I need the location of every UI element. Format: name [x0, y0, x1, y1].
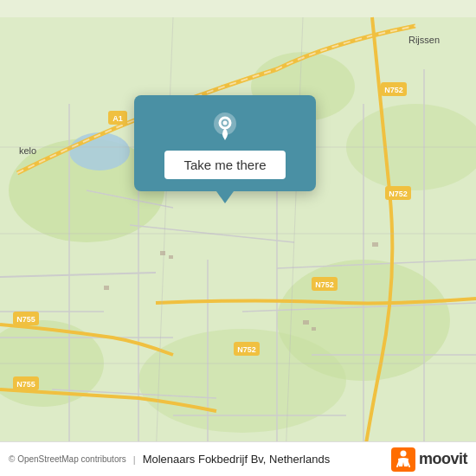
svg-text:N752: N752: [237, 345, 256, 354]
svg-point-56: [400, 450, 406, 456]
svg-rect-51: [372, 242, 378, 247]
osm-credit: © OpenStreetMap contributors: [9, 454, 126, 464]
bottom-left-info: © OpenStreetMap contributors | Molenaars…: [9, 453, 330, 466]
separator: |: [133, 454, 136, 465]
svg-text:A1: A1: [113, 114, 123, 123]
take-me-there-button[interactable]: Take me there: [164, 151, 285, 179]
map-background: A1 N752 N752 N752 N752 N755 N755 Rijssen…: [0, 0, 476, 476]
svg-rect-50: [104, 286, 109, 290]
moovit-logo: moovit: [391, 447, 467, 472]
svg-text:N755: N755: [16, 315, 35, 324]
moovit-text: moovit: [419, 450, 467, 468]
svg-text:Rijssen: Rijssen: [408, 35, 440, 45]
location-popup: Take me there: [134, 95, 316, 191]
svg-text:N752: N752: [315, 280, 334, 289]
bottom-bar: © OpenStreetMap contributors | Molenaars…: [0, 441, 476, 476]
svg-text:N755: N755: [16, 380, 35, 389]
svg-text:N752: N752: [389, 190, 408, 198]
svg-text:N752: N752: [384, 86, 403, 94]
svg-rect-46: [160, 251, 165, 255]
svg-rect-48: [303, 320, 309, 325]
location-name: Molenaars Fokbedrijf Bv, Netherlands: [143, 453, 331, 466]
map-container: A1 N752 N752 N752 N752 N755 N755 Rijssen…: [0, 0, 476, 476]
svg-point-54: [223, 121, 228, 125]
svg-point-8: [69, 132, 130, 170]
svg-rect-49: [312, 327, 316, 331]
svg-rect-47: [169, 255, 173, 259]
location-pin-icon: [209, 111, 241, 142]
moovit-icon: [391, 447, 415, 472]
